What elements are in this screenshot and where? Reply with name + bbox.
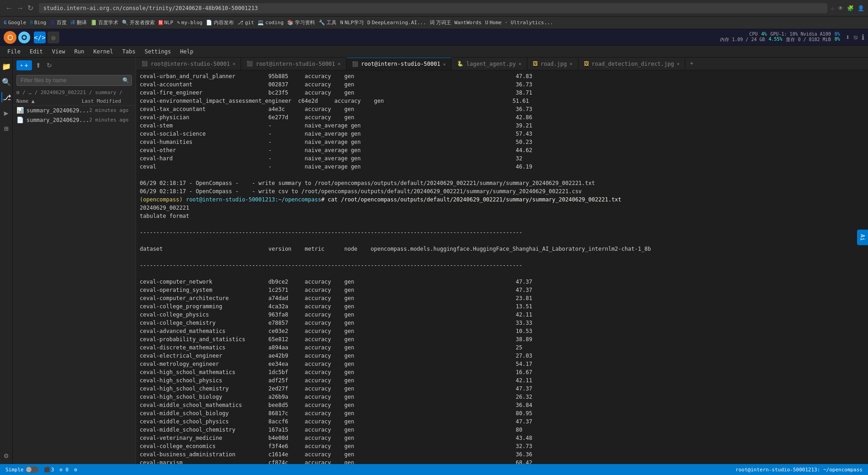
tab-close-2[interactable]: ✕ <box>338 61 341 66</box>
bookmark-baidu-xueshu[interactable]: 📗 百度学术 <box>90 19 118 26</box>
activity-git[interactable]: ⎇ <box>1 92 11 102</box>
simple-mode-toggle[interactable]: Simple <box>5 466 38 473</box>
share-icon[interactable]: ⎋ <box>853 33 858 42</box>
tab-label-1: root@intern-studio-50001 <box>151 61 230 67</box>
eye-icon[interactable]: 👁 <box>838 5 843 11</box>
menu-file[interactable]: File <box>4 48 24 56</box>
browser-bar: ← → ↻ studio.intern-ai.org.cn/console/tr… <box>0 0 868 16</box>
tab-terminal-2[interactable]: ⬛ root@intern-studio-50001 ✕ <box>241 58 346 70</box>
term-line: 06/29 02:18:17 - OpenCompass - - write c… <box>140 187 864 195</box>
term-line: ----------------------------------------… <box>140 228 864 237</box>
bookmark-myblog[interactable]: ✎ my-blog <box>177 20 202 26</box>
term-line: ceval-high_school_chemistry 2ed27f accur… <box>140 385 864 393</box>
term-line: ceval-urban_and_rural_planner 95b885 acc… <box>140 72 864 80</box>
tab-road-detect[interactable]: 🖼 road_detection_direct.jpg ✕ <box>579 58 686 70</box>
term-line: ceval-veterinary_medicine b4e08d accurac… <box>140 434 864 442</box>
bookmark-google[interactable]: G Google <box>4 20 26 26</box>
term-line: ceval-business_administration c1614e acc… <box>140 450 864 459</box>
address-bar[interactable]: studio.intern-ai.org.cn/console/trinity/… <box>39 3 827 13</box>
activity-explorer[interactable]: 📁 <box>1 61 11 71</box>
term-line: ceval-college_physics 963fa8 accuracy ge… <box>140 311 864 319</box>
term-line: ceval-high_school_biology a26b9a accurac… <box>140 393 864 401</box>
tab-terminal-3[interactable]: ⬛ root@intern-studio-50001 ✕ <box>347 58 452 70</box>
bookmark-star-icon[interactable]: ☆ <box>831 5 834 11</box>
term-line <box>140 237 864 245</box>
term-line: ceval-middle_school_biology 86817c accur… <box>140 409 864 417</box>
menu-run[interactable]: Run <box>71 48 88 56</box>
term-line: ceval-physician 6e277d accuracy gen 42.8… <box>140 113 864 121</box>
list-item[interactable]: 📊 summary_20240629... 2 minutes ago <box>13 106 136 115</box>
floating-ai-button[interactable]: Ai <box>857 230 868 245</box>
tab-terminal-1[interactable]: ⬛ root@intern-studio-50001 ✕ <box>136 58 241 70</box>
bookmark-deeplearning[interactable]: D DeepLearning.AI... <box>368 20 426 26</box>
cpu-label: CPU <box>749 32 758 37</box>
back-button[interactable]: ← <box>5 4 13 12</box>
bookmark-git[interactable]: ⎇ git <box>237 20 254 26</box>
activity-search[interactable]: 🔍 <box>1 77 11 87</box>
term-line: ceval-computer_network db9ce2 accuracy g… <box>140 278 864 286</box>
tab-road-jpg[interactable]: 🖼 road.jpg ✕ <box>527 58 579 70</box>
file-name-2: summary_20240629... <box>26 117 89 123</box>
bookmark-content[interactable]: 📄 内容发布 <box>206 19 234 26</box>
col-name-header[interactable]: Name ▲ <box>16 98 82 104</box>
tab-close-lagent[interactable]: ✕ <box>519 61 521 66</box>
list-item[interactable]: 📄 summary_20240629... 2 minutes ago <box>13 115 136 125</box>
term-line: ceval-discrete_mathematics a894aa accura… <box>140 343 864 352</box>
term-line: ceval-fire_engineer bc23f5 accuracy gen … <box>140 89 864 97</box>
terminal-content[interactable]: ceval-urban_and_rural_planner 95b885 acc… <box>136 70 868 464</box>
bookmark-bing[interactable]: B Bing <box>30 20 46 26</box>
mem-label: 内存 1.09 / 24 GB <box>720 37 765 43</box>
file-modified-1: 2 minutes ago <box>89 107 132 113</box>
refresh-button[interactable]: ↻ <box>45 61 54 70</box>
filter-input[interactable] <box>16 75 132 86</box>
refresh-button[interactable]: ↻ <box>27 4 33 12</box>
simple-label: Simple <box>5 467 24 473</box>
bookmark-nlp[interactable]: N NLP <box>158 20 174 26</box>
bookmark-tools[interactable]: 🔧 工具 <box>319 19 337 26</box>
bookmark-nlp-learn[interactable]: N NLP学习 <box>340 19 364 26</box>
activity-settings-bottom[interactable]: ⚙ <box>1 450 11 460</box>
menu-help[interactable]: Help <box>176 48 197 56</box>
extensions-icon[interactable]: 🧩 <box>847 5 854 11</box>
upload-button[interactable]: ⬆ <box>34 61 43 70</box>
menu-edit[interactable]: Edit <box>26 48 47 56</box>
term-line: ceval-social-science - naive_average gen… <box>140 130 864 138</box>
topbar-right-icons: ⬇ ⎋ ℹ <box>846 33 864 42</box>
menu-settings[interactable]: Settings <box>141 48 175 56</box>
bookmark-coding[interactable]: 💻 coding <box>258 20 284 26</box>
term-line: ceval-middle_school_physics 8accf6 accur… <box>140 417 864 426</box>
forward-button[interactable]: → <box>16 4 24 12</box>
bookmark-wantwords[interactable]: 词 万词王 WantWords <box>430 19 481 26</box>
terminal-icon-3: ⬛ <box>352 61 358 67</box>
bookmark-ultralytics[interactable]: U Home · Ultralytics... <box>485 20 553 26</box>
profile-icon[interactable]: 👤 <box>857 5 864 11</box>
new-button[interactable]: + + <box>16 60 32 70</box>
term-line <box>140 220 864 228</box>
menu-tabs[interactable]: Tabs <box>119 48 139 56</box>
activity-extensions[interactable]: ⊞ <box>1 123 11 133</box>
filter-wrapper: 🔍 <box>16 75 132 86</box>
disk-value: 0% <box>835 37 840 43</box>
bookmark-baidu[interactable]: 百 百度 <box>50 19 67 26</box>
info-icon[interactable]: ℹ <box>862 33 864 42</box>
tab-close-road[interactable]: ✕ <box>569 61 572 66</box>
activity-bar: 📁 🔍 ⎇ ▶ ⊞ ⚙ <box>0 58 13 464</box>
svg-point-1 <box>23 36 26 39</box>
bookmark-translate[interactable]: 译 翻译 <box>70 19 87 26</box>
tab-close-1[interactable]: ✕ <box>232 61 235 66</box>
tab-close-road-detect[interactable]: ✕ <box>677 61 679 66</box>
bookmark-xuexi[interactable]: 📚 学习资料 <box>287 19 315 26</box>
menu-kernel[interactable]: Kernel <box>89 48 116 56</box>
menu-view[interactable]: View <box>48 48 69 56</box>
bookmark-dev-search[interactable]: 🔍 开发者搜索 <box>122 19 155 26</box>
app-logo-blue <box>18 32 30 43</box>
activity-debug[interactable]: ▶ <box>1 108 11 118</box>
tab-lagent[interactable]: 🐍 lagent_agent.py ✕ <box>452 58 527 70</box>
status-path: root@intern-studio-50001213: ~/opencompa… <box>736 467 863 473</box>
system-stats: CPU 4% GPU-1: 10% Nvidia A100 0% 内存 1.09… <box>720 32 840 43</box>
tab-add-button[interactable]: + <box>685 58 698 70</box>
col-modified-header[interactable]: Last Modified <box>82 98 132 104</box>
file-list-header: Name ▲ Last Modified <box>13 97 136 106</box>
tab-close-3[interactable]: ✕ <box>443 62 446 67</box>
download-icon[interactable]: ⬇ <box>846 33 850 42</box>
